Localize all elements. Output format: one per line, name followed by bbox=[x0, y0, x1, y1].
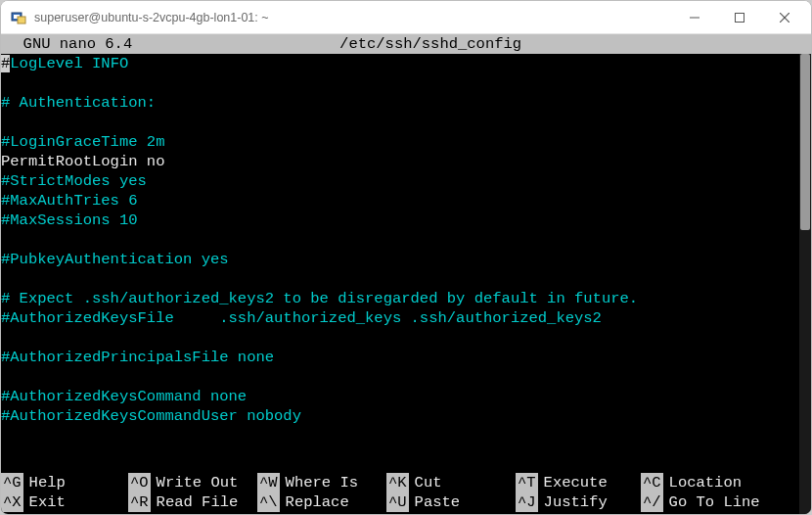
editor-line: #MaxAuthTries 6 bbox=[1, 191, 811, 211]
titlebar[interactable]: superuser@ubuntu-s-2vcpu-4gb-lon1-01: ~ bbox=[1, 1, 811, 34]
editor-line: #LogLevel INFO bbox=[1, 54, 811, 73]
shortcut-key: ^O bbox=[128, 473, 151, 492]
shortcut: ^KCut bbox=[386, 473, 516, 492]
app-window: superuser@ubuntu-s-2vcpu-4gb-lon1-01: ~ … bbox=[0, 0, 812, 515]
scrollbar-thumb[interactable] bbox=[800, 54, 810, 230]
shortcut-label: Read File bbox=[151, 492, 245, 512]
editor-line: #PubkeyAuthentication yes bbox=[1, 250, 811, 269]
editor-line: # Authentication: bbox=[1, 93, 811, 113]
shortcut-label: Go To Line bbox=[663, 492, 766, 512]
editor-body[interactable]: #LogLevel INFO # Authentication: #LoginG… bbox=[1, 54, 811, 473]
shortcut-key: ^W bbox=[257, 473, 280, 492]
terminal[interactable]: GNU nano 6.4 /etc/ssh/sshd_config #LogLe… bbox=[1, 34, 811, 514]
editor-line: #AuthorizedKeysCommandUser nobody bbox=[1, 406, 811, 426]
shortcut-row-2: ^XExit^RRead File^\Replace^UPaste^JJusti… bbox=[1, 492, 811, 512]
shortcut-label: Cut bbox=[409, 473, 448, 492]
maximize-button[interactable] bbox=[717, 2, 762, 33]
shortcut-key: ^T bbox=[516, 473, 538, 492]
shortcut: ^JJustify bbox=[516, 492, 641, 512]
shortcut: ^GHelp bbox=[1, 473, 128, 492]
shortcut-label: Exit bbox=[23, 492, 71, 512]
shortcut: ^CLocation bbox=[641, 473, 797, 492]
svg-rect-2 bbox=[18, 17, 25, 23]
nano-header: GNU nano 6.4 /etc/ssh/sshd_config bbox=[1, 34, 811, 54]
shortcut-label: Paste bbox=[409, 492, 467, 512]
shortcut: ^XExit bbox=[1, 492, 128, 512]
shortcut-row-1: ^GHelp^OWrite Out^WWhere Is^KCut^TExecut… bbox=[1, 473, 811, 492]
shortcut: ^WWhere Is bbox=[257, 473, 386, 492]
window-title: superuser@ubuntu-s-2vcpu-4gb-lon1-01: ~ bbox=[34, 11, 672, 24]
shortcut-label: Where Is bbox=[280, 473, 364, 492]
putty-icon bbox=[11, 10, 26, 25]
shortcut: ^RRead File bbox=[128, 492, 257, 512]
shortcut-label: Location bbox=[663, 473, 747, 492]
nano-version: GNU nano 6.4 bbox=[5, 34, 132, 54]
shortcut-label: Execute bbox=[538, 473, 613, 492]
window-controls bbox=[672, 2, 807, 33]
editor-line: #AuthorizedPrincipalsFile none bbox=[1, 348, 811, 367]
editor-line bbox=[1, 328, 811, 348]
editor-line: #AuthorizedKeysFile .ssh/authorized_keys… bbox=[1, 308, 811, 328]
editor-line bbox=[1, 367, 811, 387]
editor-line: #LoginGraceTime 2m bbox=[1, 132, 811, 152]
editor-line bbox=[1, 73, 811, 93]
nano-footer: ^GHelp^OWrite Out^WWhere Is^KCut^TExecut… bbox=[1, 473, 811, 514]
editor-line: #StrictModes yes bbox=[1, 171, 811, 191]
editor-line bbox=[1, 269, 811, 289]
nano-filename: /etc/ssh/sshd_config bbox=[132, 34, 729, 54]
shortcut-key: ^R bbox=[128, 492, 151, 512]
shortcut-key: ^U bbox=[386, 492, 409, 512]
editor-line bbox=[1, 426, 811, 445]
shortcut-key: ^G bbox=[1, 473, 23, 492]
editor-line: #MaxSessions 10 bbox=[1, 211, 811, 230]
shortcut-label: Replace bbox=[280, 492, 355, 512]
shortcut: ^OWrite Out bbox=[128, 473, 257, 492]
shortcut: ^\Replace bbox=[257, 492, 386, 512]
shortcut: ^UPaste bbox=[386, 492, 516, 512]
svg-rect-4 bbox=[736, 13, 744, 22]
scrollbar[interactable] bbox=[799, 54, 811, 514]
cursor: # bbox=[1, 55, 10, 72]
editor-line bbox=[1, 113, 811, 132]
shortcut-label: Help bbox=[23, 473, 71, 492]
editor-line: # Expect .ssh/authorized_keys2 to be dis… bbox=[1, 289, 811, 308]
shortcut-key: ^C bbox=[641, 473, 663, 492]
shortcut-key: ^\ bbox=[257, 492, 280, 512]
shortcut-key: ^X bbox=[1, 492, 23, 512]
shortcut: ^/Go To Line bbox=[641, 492, 797, 512]
shortcut-key: ^J bbox=[516, 492, 538, 512]
shortcut: ^TExecute bbox=[516, 473, 641, 492]
shortcut-label: Justify bbox=[538, 492, 613, 512]
close-button[interactable] bbox=[762, 2, 807, 33]
shortcut-key: ^K bbox=[386, 473, 409, 492]
shortcut-key: ^/ bbox=[641, 492, 663, 512]
editor-line: PermitRootLogin no bbox=[1, 152, 811, 171]
minimize-button[interactable] bbox=[672, 2, 717, 33]
editor-line: #AuthorizedKeysCommand none bbox=[1, 387, 811, 406]
shortcut-label: Write Out bbox=[151, 473, 245, 492]
editor-line bbox=[1, 230, 811, 250]
